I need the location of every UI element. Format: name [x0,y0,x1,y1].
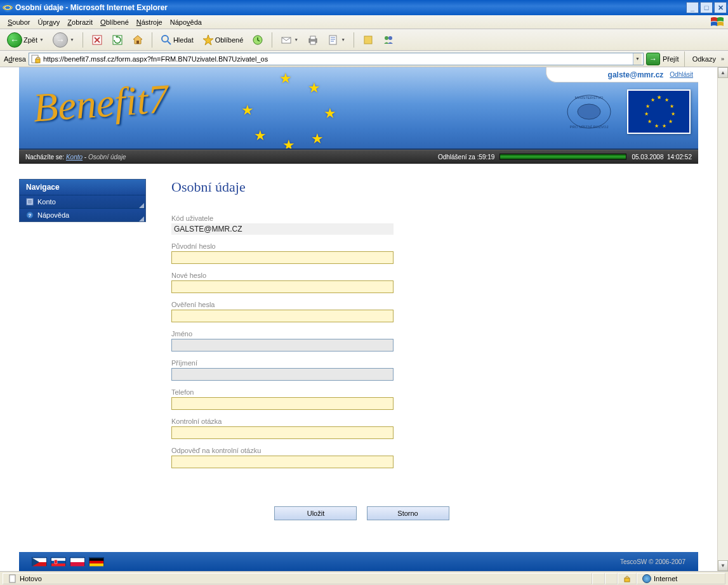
page-lock-icon [30,54,41,64]
svg-text:MINISTERSTVO: MINISTERSTVO [574,96,603,100]
mail-button[interactable]: ▼ [277,32,301,48]
svg-point-5 [162,36,168,42]
back-button[interactable]: ← Zpět ▼ [4,30,47,49]
verify-pass-label: Ověření hesla [171,301,685,308]
user-tab: galste@mmr.cz Odhlásit [546,67,698,82]
people-icon [383,34,394,46]
help-icon: ? [26,211,34,219]
lock-icon [623,575,631,582]
breadcrumb-bar: Nacházíte se: Konto - Osobní údaje Odhlá… [19,150,698,164]
orig-pass-label: Původní heslo [171,242,685,250]
nav-title: Navigace [20,180,145,195]
eu-flag: ★★★★★★★★★★★★ [627,89,691,134]
svg-text:★: ★ [665,97,669,103]
svg-text:★: ★ [662,123,666,129]
verify-pass-input[interactable] [171,310,394,322]
nav-item-napoveda[interactable]: ? Nápověda [20,208,145,221]
stop-button[interactable] [88,32,106,48]
answer-input[interactable] [171,456,394,468]
stars-decoration: ★ ★ ★ ★ ★ ★ ★ [248,70,374,147]
code-label: Kód uživatele [171,214,685,222]
svg-rect-42 [70,562,84,566]
status-cell [605,573,618,584]
svg-rect-40 [51,563,65,566]
svg-rect-43 [89,558,103,561]
refresh-button[interactable] [109,32,126,48]
svg-text:★: ★ [671,111,675,117]
scroll-down-button[interactable]: ▼ [718,560,728,571]
save-button[interactable]: Uložit [274,506,357,520]
flag-cz[interactable] [32,557,47,566]
menu-soubor[interactable]: Soubor [4,17,34,27]
close-button[interactable]: ✕ [714,2,727,13]
firstname-input[interactable] [171,339,394,352]
phone-label: Telefon [171,388,685,396]
flag-de[interactable] [89,557,104,566]
menu-zobrazit[interactable]: Zobrazit [63,17,96,27]
go-button[interactable]: → [646,53,660,65]
scroll-up-button[interactable]: ▲ [718,67,728,78]
datetime: 05.03.2008 14:02:52 [632,154,692,161]
history-button[interactable] [249,32,267,48]
forward-button[interactable]: → ▼ [50,30,77,49]
svg-point-13 [385,36,388,40]
svg-rect-44 [89,561,103,563]
flag-sk[interactable] [51,557,66,566]
menu-upravy[interactable]: Úpravy [34,17,63,27]
timer-progress-bar [500,154,626,160]
internet-zone-icon [642,574,651,583]
svg-rect-9 [310,36,315,39]
question-input[interactable] [171,426,394,439]
ie-icon [3,3,13,13]
phone-input[interactable] [171,397,394,410]
chevron-down-icon[interactable]: ▼ [70,37,74,42]
menu-napoveda[interactable]: Nápověda [166,17,206,27]
search-button[interactable]: Hledat [157,32,197,48]
orig-pass-input[interactable] [171,251,394,264]
scroll-track[interactable] [718,78,728,560]
logout-timer: Odhlášení za :59:19 [438,154,495,161]
links-expand-icon[interactable]: » [721,56,724,62]
links-label[interactable]: Odkazy [690,55,718,63]
svg-text:★: ★ [651,97,655,103]
edit-button[interactable]: ▼ [324,32,348,48]
url-text: https://benefit7.mssf.cz/form.aspx?fn=FR… [43,55,630,63]
benefit7-logo: Benefit7 [32,76,170,132]
lastname-input[interactable] [171,368,394,381]
svg-point-18 [578,104,600,119]
maximize-button[interactable]: □ [700,2,713,13]
toolbar: ← Zpět ▼ → ▼ Hledat Oblíbené ▼ ▼ [0,29,728,51]
url-input-box[interactable]: https://benefit7.mssf.cz/form.aspx?fn=FR… [29,53,644,65]
cancel-button[interactable]: Storno [367,506,449,520]
window-title: Osobní údaje - Microsoft Internet Explor… [15,3,686,12]
svg-text:★: ★ [657,95,661,100]
home-button[interactable] [129,32,147,48]
logout-link[interactable]: Odhlásit [670,71,693,78]
code-value: GALSTE@MMR.CZ [171,223,394,235]
vertical-scrollbar[interactable]: ▲ ▼ [717,67,728,571]
answer-label: Odpověď na kontrolní otázku [171,447,685,454]
svg-text:★: ★ [670,103,674,109]
ministry-logo: MINISTERSTVOPRO MÍSTNÍ ROZVOJ [564,91,614,132]
menu-nastroje[interactable]: Nástroje [133,17,166,27]
page-footer: TescoSW © 2006-2007 [19,552,698,571]
breadcrumb-link-konto[interactable]: Konto [66,154,83,161]
new-pass-input[interactable] [171,280,394,293]
messenger-button[interactable] [380,32,397,48]
svg-rect-45 [89,563,103,566]
menu-oblibene[interactable]: Oblíbené [96,17,133,27]
firstname-label: Jméno [171,330,685,338]
flag-pl[interactable] [70,557,85,566]
print-button[interactable] [304,32,322,48]
minimize-button[interactable]: _ [686,2,699,13]
status-lock [618,573,637,584]
svg-rect-10 [310,41,315,44]
favorites-button[interactable]: Oblíbené [199,32,247,48]
note-button[interactable] [359,32,377,48]
chevron-down-icon[interactable]: ▼ [39,37,44,42]
url-dropdown[interactable]: ▼ [633,53,642,65]
user-email: galste@mmr.cz [608,70,664,79]
status-text: Hotovo [3,573,592,584]
nav-item-konto[interactable]: Konto [20,195,145,208]
back-icon: ← [7,32,22,48]
